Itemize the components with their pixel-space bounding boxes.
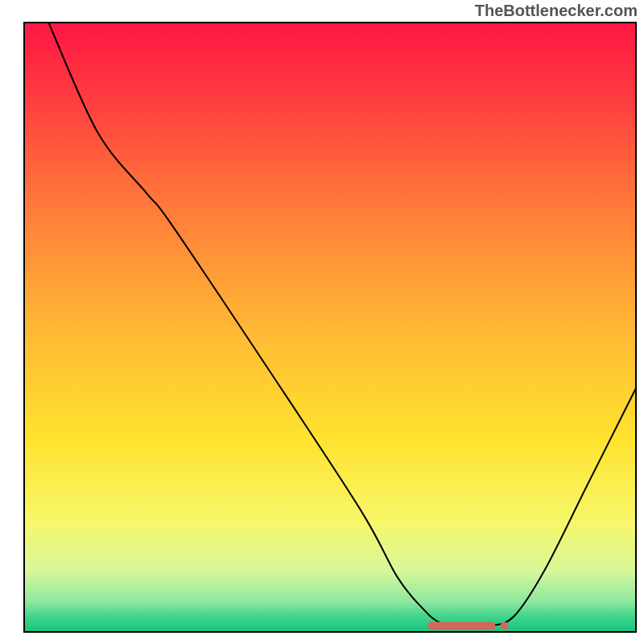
watermark-text: TheBottlenecker.com bbox=[475, 2, 638, 20]
gradient-background bbox=[24, 23, 636, 632]
bottleneck-chart bbox=[0, 0, 644, 644]
optimal-range-marker bbox=[428, 621, 496, 630]
plot-area bbox=[24, 23, 636, 632]
optimal-range-end-dot bbox=[501, 621, 509, 630]
chart-container: TheBottlenecker.com bbox=[0, 0, 644, 644]
